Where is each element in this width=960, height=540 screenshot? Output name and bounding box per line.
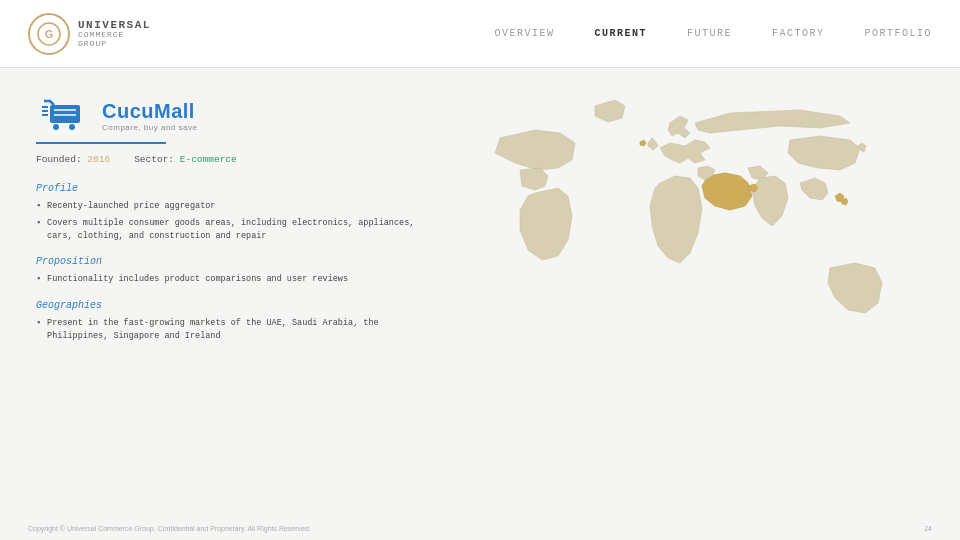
nav-current[interactable]: CURRENT <box>594 28 647 39</box>
nav: OVERVIEW CURRENT FUTURE FACTORY PORTFOLI… <box>494 28 932 39</box>
nav-factory[interactable]: FACTORY <box>772 28 825 39</box>
profile-bullet-1: ▪ Recenty-launched price aggregator <box>36 200 444 213</box>
left-panel: CucuMall Compare, buy and save Founded: … <box>0 68 480 540</box>
page-number: 24 <box>924 525 932 532</box>
nav-portfolio[interactable]: PORTFOLIO <box>864 28 932 39</box>
cucumall-divider <box>36 142 166 144</box>
nav-future[interactable]: FUTURE <box>687 28 732 39</box>
proposition-title: Proposition <box>36 256 444 267</box>
header: G UNIVERSAL COMMERCE GROUP OVERVIEW CURR… <box>0 0 960 68</box>
logo-text-block: UNIVERSAL COMMERCE GROUP <box>78 19 151 49</box>
geographies-content: ▪ Present in the fast-growing markets of… <box>36 317 444 343</box>
geographies-title: Geographies <box>36 300 444 311</box>
founded-info: Founded: 2016 <box>36 154 110 165</box>
footer: Copyright © Universal Commerce Group. Co… <box>28 525 932 532</box>
geographies-bullet-1: ▪ Present in the fast-growing markets of… <box>36 317 444 343</box>
founded-label: Founded: <box>36 154 82 165</box>
proposition-content: ▪ Functionality includes product compari… <box>36 273 444 286</box>
meta-info: Founded: 2016 Sector: E-commerce <box>36 154 444 165</box>
logo-area: G UNIVERSAL COMMERCE GROUP <box>28 13 151 55</box>
cucumall-logo-text: CucuMall Compare, buy and save <box>102 100 197 132</box>
nav-overview[interactable]: OVERVIEW <box>494 28 554 39</box>
profile-title: Profile <box>36 183 444 194</box>
profile-bullet-2-text: Covers multiple consumer goods areas, in… <box>47 217 444 243</box>
logo-circle: G <box>28 13 70 55</box>
sector-value: E-commerce <box>180 154 237 165</box>
cucumall-header: CucuMall Compare, buy and save <box>36 96 444 136</box>
bullet-dot-1: ▪ <box>36 200 41 213</box>
svg-rect-2 <box>50 105 80 123</box>
geographies-section: Geographies ▪ Present in the fast-growin… <box>36 300 444 343</box>
main-content: CucuMall Compare, buy and save Founded: … <box>0 68 960 540</box>
proposition-bullet-1-text: Functionality includes product compariso… <box>47 273 348 286</box>
cucumall-name: CucuMall <box>102 100 197 123</box>
svg-point-4 <box>69 124 75 130</box>
bullet-dot-4: ▪ <box>36 317 41 343</box>
sector-info: Sector: E-commerce <box>134 154 237 165</box>
cucumall-tagline: Compare, buy and save <box>102 123 197 132</box>
profile-content: ▪ Recenty-launched price aggregator ▪ Co… <box>36 200 444 242</box>
proposition-bullet-1: ▪ Functionality includes product compari… <box>36 273 444 286</box>
cucumall-logo-icon <box>36 96 88 136</box>
profile-bullet-1-text: Recenty-launched price aggregator <box>47 200 215 213</box>
profile-bullet-2: ▪ Covers multiple consumer goods areas, … <box>36 217 444 243</box>
copyright-text: Copyright © Universal Commerce Group. Co… <box>28 525 311 532</box>
sector-label: Sector: <box>134 154 174 165</box>
svg-point-3 <box>53 124 59 130</box>
bullet-dot-3: ▪ <box>36 273 41 286</box>
proposition-section: Proposition ▪ Functionality includes pro… <box>36 256 444 286</box>
logo-main-text: UNIVERSAL <box>78 19 151 31</box>
geographies-bullet-1-text: Present in the fast-growing markets of t… <box>47 317 444 343</box>
map-area <box>440 68 960 538</box>
svg-text:G: G <box>45 28 54 40</box>
founded-value: 2016 <box>87 154 110 165</box>
logo-sub-text2: GROUP <box>78 40 151 49</box>
bullet-dot-2: ▪ <box>36 217 41 243</box>
profile-section: Profile ▪ Recenty-launched price aggrega… <box>36 183 444 242</box>
